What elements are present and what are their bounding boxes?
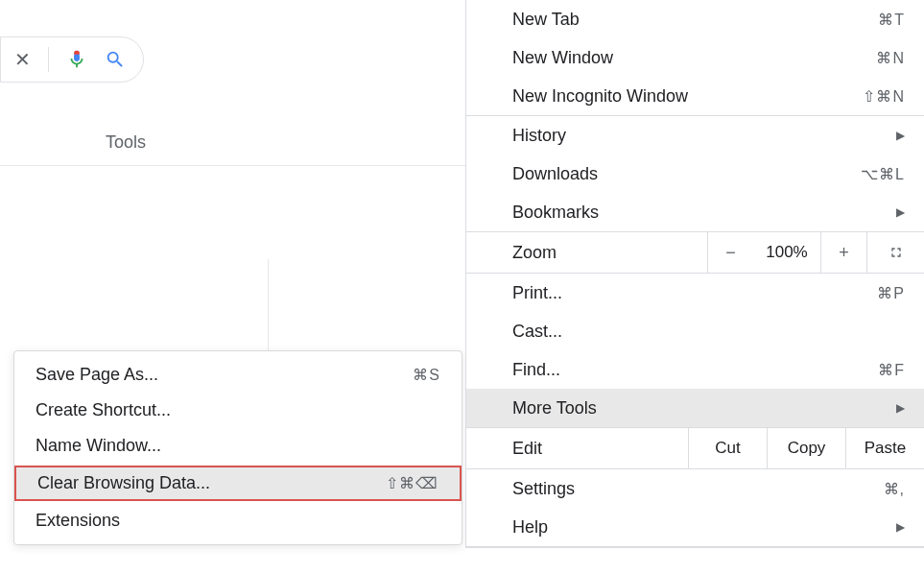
tools-tab[interactable]: Tools [106, 132, 146, 153]
name-window-item[interactable]: Name Window... [14, 428, 462, 464]
shortcut-label: ⌘S [413, 366, 440, 384]
fullscreen-button[interactable] [866, 232, 924, 273]
copy-button[interactable]: Copy [767, 428, 845, 468]
help-item[interactable]: Help ▶ [466, 508, 924, 546]
save-page-as-item[interactable]: Save Page As... ⌘S [14, 357, 462, 393]
menu-item-label: New Window [512, 48, 876, 68]
shortcut-label: ⌘N [876, 49, 905, 67]
menu-item-label: Find... [512, 360, 878, 380]
zoom-row: Zoom − 100% + [466, 231, 924, 274]
menu-item-label: Extensions [36, 511, 120, 531]
edit-row: Edit Cut Copy Paste [466, 427, 924, 469]
menu-item-label: New Tab [512, 10, 878, 30]
search-icon[interactable] [105, 49, 126, 70]
menu-item-label: Downloads [512, 164, 861, 184]
shortcut-label: ⌘F [878, 361, 905, 379]
divider [268, 259, 269, 350]
svg-rect-1 [74, 55, 80, 61]
find-item[interactable]: Find... ⌘F [466, 350, 924, 389]
bookmarks-item[interactable]: Bookmarks ▶ [466, 193, 924, 231]
history-item[interactable]: History ▶ [466, 116, 924, 155]
clear-search-icon[interactable]: ✕ [14, 48, 31, 71]
cut-button[interactable]: Cut [688, 428, 767, 468]
new-incognito-item[interactable]: New Incognito Window ⇧⌘N [466, 77, 924, 115]
more-tools-item[interactable]: More Tools ▶ [466, 389, 924, 427]
menu-item-label: Create Shortcut... [36, 400, 171, 420]
divider [0, 165, 465, 166]
divider [48, 47, 49, 72]
extensions-item[interactable]: Extensions [14, 503, 462, 538]
menu-item-label: Save Page As... [36, 365, 158, 385]
downloads-item[interactable]: Downloads ⌥⌘L [466, 155, 924, 193]
edit-label: Edit [466, 439, 688, 459]
paste-button[interactable]: Paste [845, 428, 924, 468]
menu-item-label: History [512, 126, 896, 146]
menu-item-label: Clear Browsing Data... [37, 473, 210, 493]
chevron-right-icon: ▶ [896, 129, 905, 142]
print-item[interactable]: Print... ⌘P [466, 274, 924, 312]
more-tools-submenu: Save Page As... ⌘S Create Shortcut... Na… [13, 350, 462, 545]
menu-item-label: Name Window... [36, 436, 161, 456]
chevron-right-icon: ▶ [896, 401, 905, 415]
cast-item[interactable]: Cast... [466, 312, 924, 350]
chevron-right-icon: ▶ [896, 205, 905, 219]
menu-item-label: More Tools [512, 398, 896, 419]
chevron-right-icon: ▶ [896, 520, 905, 534]
zoom-value: 100% [753, 243, 820, 262]
menu-item-label: Settings [512, 479, 884, 499]
menu-item-label: Bookmarks [512, 203, 896, 223]
divider [466, 546, 924, 547]
shortcut-label: ⌘T [878, 11, 905, 29]
menu-item-label: Cast... [512, 322, 905, 342]
zoom-label: Zoom [466, 243, 707, 263]
new-window-item[interactable]: New Window ⌘N [466, 38, 924, 77]
new-tab-item[interactable]: New Tab ⌘T [466, 0, 924, 38]
zoom-out-button[interactable]: − [707, 232, 753, 273]
clear-browsing-data-item[interactable]: Clear Browsing Data... ⇧⌘⌫ [14, 466, 462, 501]
voice-search-icon[interactable] [66, 49, 87, 70]
search-bar-right: ✕ [0, 36, 144, 83]
shortcut-label: ⇧⌘⌫ [386, 474, 438, 492]
create-shortcut-item[interactable]: Create Shortcut... [14, 393, 462, 428]
shortcut-label: ⇧⌘N [863, 87, 905, 106]
menu-item-label: Help [512, 517, 896, 538]
shortcut-label: ⌘, [884, 480, 905, 498]
shortcut-label: ⌘P [877, 284, 905, 302]
chrome-main-menu: New Tab ⌘T New Window ⌘N New Incognito W… [465, 0, 924, 548]
menu-item-label: New Incognito Window [512, 86, 863, 107]
menu-item-label: Print... [512, 283, 877, 303]
zoom-in-button[interactable]: + [820, 232, 866, 273]
settings-item[interactable]: Settings ⌘, [466, 469, 924, 508]
shortcut-label: ⌥⌘L [861, 165, 905, 183]
